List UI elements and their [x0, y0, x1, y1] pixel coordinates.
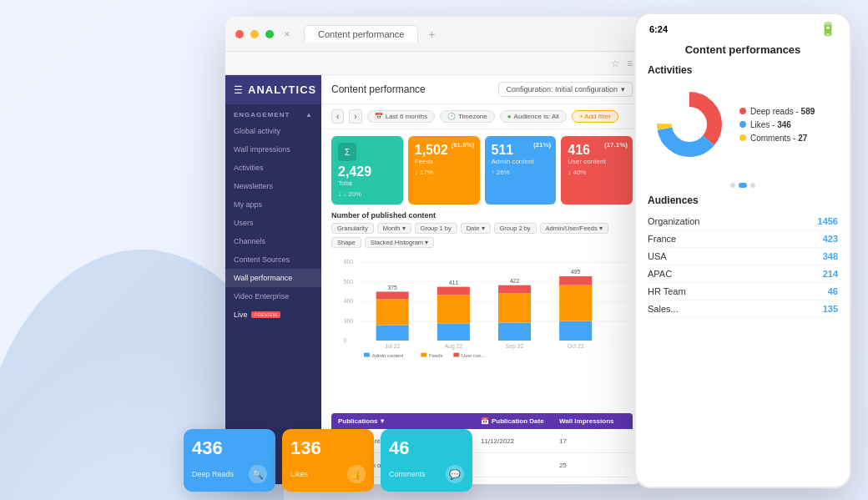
main-content: Content performance Configuration: Initi… — [321, 75, 643, 484]
stats-row: Σ 2,429 Total ↓ ↓ 20% (61.8%) 1,502 Feed… — [321, 129, 643, 211]
comments-value: 46 — [389, 437, 464, 459]
svg-rect-22 — [498, 285, 531, 294]
browser-tab[interactable]: Content performance — [304, 25, 418, 43]
table-header: Publications ▾ 📅 Publication Date Wall I… — [331, 413, 633, 429]
stat-label-feeds: Feeds — [415, 158, 473, 165]
page-dot-2[interactable] — [739, 183, 747, 188]
dot-icon: ● — [507, 113, 512, 120]
legend-likes: Likes - 346 — [739, 120, 815, 129]
bottom-cards: 436 Deep Reads 🔍 136 Likes 👍 46 Comments… — [184, 429, 472, 492]
sidebar-item-channels[interactable]: Channels — [225, 232, 321, 250]
svg-text:400: 400 — [344, 298, 354, 304]
group1-ctrl[interactable]: Group 1 by — [415, 223, 457, 234]
chart-section: Number of published content Granularity … — [321, 211, 643, 413]
nav-next-button[interactable]: › — [349, 109, 361, 124]
activities-title: Activities — [648, 64, 838, 76]
page-dot-1[interactable] — [730, 183, 735, 188]
donut-legend: Deep reads - 589 Likes - 346 Comments - … — [739, 107, 815, 143]
svg-rect-20 — [498, 323, 531, 341]
browser-toolbar: ☆ ≡ — [225, 52, 643, 75]
page-dot-3[interactable] — [750, 183, 755, 188]
sidebar-item-wall-impressions[interactable]: Wall impressions — [225, 140, 321, 159]
bottom-card-comments: 46 Comments 💬 — [381, 429, 472, 492]
chevron-down-icon: ▾ — [621, 85, 625, 93]
shape-ctrl[interactable]: Shape — [331, 237, 361, 248]
group2-ctrl[interactable]: Group 2 by — [494, 223, 537, 234]
svg-text:422: 422 — [510, 278, 520, 284]
nav-prev-button[interactable]: ‹ — [331, 109, 344, 124]
deep-reads-label: Deep Reads — [192, 470, 234, 478]
bottom-card-likes: 136 Likes 👍 — [282, 429, 374, 492]
audiences-title: Audiences — [648, 194, 838, 206]
svg-rect-30 — [364, 353, 370, 357]
stat-label-user: User content — [568, 158, 626, 165]
date-ctrl[interactable]: Date ▾ — [461, 223, 491, 234]
svg-text:600: 600 — [344, 259, 354, 265]
svg-text:Sep 22: Sep 22 — [506, 343, 524, 350]
th-publications: Publications ▾ — [338, 417, 477, 425]
svg-rect-34 — [453, 353, 459, 357]
svg-text:0: 0 — [344, 337, 347, 343]
granularity-ctrl[interactable]: Granularity — [331, 223, 374, 234]
new-tab-icon[interactable]: + — [428, 28, 435, 41]
browser-window: ✕ Content performance + ☆ ≡ ☰ Analytics … — [225, 17, 643, 484]
stat-label-admin: Admin content — [492, 158, 550, 165]
audience-row-org: Organization 1456 — [648, 213, 838, 230]
svg-text:411: 411 — [449, 280, 459, 285]
admin-ctrl[interactable]: Admin/User/Feeds ▾ — [540, 223, 608, 234]
app-layout: ☰ Analytics ENGAGEMENT ▲ Global activity… — [225, 75, 643, 484]
sidebar-item-content-sources[interactable]: Content Sources — [225, 250, 321, 269]
sidebar-item-global-activity[interactable]: Global activity — [225, 122, 321, 140]
close-dot[interactable] — [235, 30, 244, 38]
month-ctrl[interactable]: Month ▾ — [377, 223, 411, 234]
svg-rect-11 — [376, 299, 409, 325]
sidebar-section-engagement: ENGAGEMENT ▲ — [225, 104, 321, 122]
last6months-filter[interactable]: 📅 Last 6 months — [367, 110, 435, 123]
bar-chart-svg: 600 500 400 300 0 — [331, 253, 633, 361]
chart-controls: Granularity Month ▾ Group 1 by Date ▾ Gr — [331, 223, 633, 248]
add-filter-button[interactable]: + Add filter — [572, 110, 618, 123]
sidebar-item-activities[interactable]: Activities — [225, 159, 321, 177]
config-badge[interactable]: Configuration: Initial configuration ▾ — [498, 82, 633, 97]
svg-rect-17 — [437, 287, 470, 295]
hamburger-icon[interactable]: ☰ — [234, 84, 243, 96]
deep-reads-legend-label: Deep reads - 589 — [750, 107, 815, 116]
bottom-card-footer-comments: Comments 💬 — [389, 465, 464, 483]
td-pub-date: 11/12/2022 — [481, 437, 556, 445]
svg-rect-10 — [376, 325, 409, 341]
donut-chart — [648, 83, 731, 166]
bottom-card-deep-reads: 436 Deep Reads 🔍 — [184, 429, 275, 492]
sidebar-item-users[interactable]: Users — [225, 214, 321, 232]
sidebar-item-video-enterprise[interactable]: Video Enterprise — [225, 287, 321, 306]
svg-text:495: 495 — [571, 269, 581, 275]
mobile-status-bar: 6:24 🔋 — [636, 14, 850, 40]
tab-close-icon[interactable]: ✕ — [284, 30, 290, 38]
svg-text:User con...: User con... — [462, 353, 486, 358]
filter-bar: ‹ › 📅 Last 6 months 🕐 Timezone ● Audienc… — [321, 104, 643, 129]
sidebar-item-newsletters[interactable]: Newsletters — [225, 177, 321, 195]
stacked-ctrl[interactable]: Stacked Histogram ▾ — [365, 237, 434, 248]
svg-text:Jul 22: Jul 22 — [385, 343, 400, 349]
stat-value-total: 2,429 — [338, 164, 396, 179]
menu-icon[interactable]: ≡ — [627, 58, 633, 69]
maximize-dot[interactable] — [265, 30, 274, 38]
svg-text:Oct 22: Oct 22 — [568, 343, 584, 349]
svg-text:375: 375 — [387, 285, 397, 290]
star-icon[interactable]: ☆ — [611, 58, 620, 69]
legend-deep-reads: Deep reads - 589 — [739, 107, 815, 116]
timezone-filter[interactable]: 🕐 Timezone — [440, 110, 495, 123]
deep-reads-value: 436 — [192, 437, 267, 459]
minimize-dot[interactable] — [250, 30, 259, 38]
sidebar-item-live[interactable]: Live PREVIEW — [225, 306, 321, 324]
mobile-pagination — [636, 176, 850, 194]
audience-filter[interactable]: ● Audience is: All — [500, 110, 567, 123]
page-title: Content performance — [331, 83, 426, 95]
stat-card-total: Σ 2,429 Total ↓ ↓ 20% — [331, 136, 403, 205]
stat-pct-feeds: (61.8%) — [451, 141, 474, 149]
sidebar-item-my-apps[interactable]: My apps — [225, 195, 321, 214]
comments-dot — [739, 134, 746, 141]
deep-reads-icon: 🔍 — [249, 465, 267, 483]
clock-icon: 🕐 — [447, 113, 456, 120]
sidebar-item-wall-performance[interactable]: Wall performance — [225, 269, 321, 287]
comments-legend-label: Comments - 27 — [750, 134, 807, 143]
